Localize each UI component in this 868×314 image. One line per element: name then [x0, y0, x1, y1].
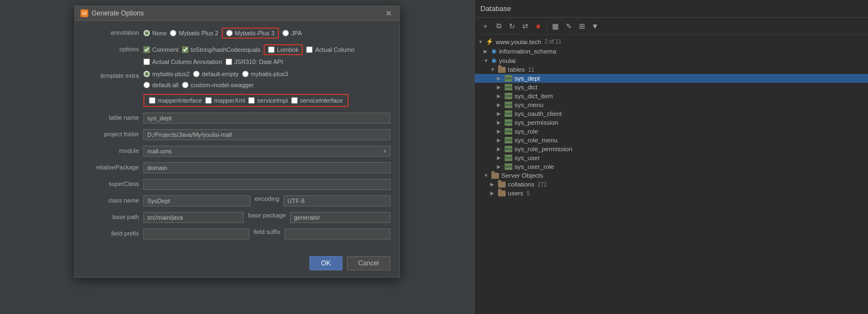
- toolbar-stop-button[interactable]: ■: [532, 20, 544, 32]
- tree-collations[interactable]: collations 272: [475, 180, 868, 189]
- sys-menu-label: sys_menu: [515, 102, 543, 108]
- sys-permission-label: sys_permission: [515, 119, 558, 126]
- cancel-button[interactable]: Cancel: [347, 256, 390, 270]
- tree-sys-role-menu[interactable]: sys_role_menu: [475, 136, 868, 145]
- toolbar-table-button[interactable]: ▦: [549, 20, 561, 32]
- sys-oauth-chevron-icon: [497, 111, 502, 116]
- ok-button[interactable]: OK: [309, 256, 342, 270]
- radio-mybatis-plus3[interactable]: mybatis-plus3: [242, 71, 288, 77]
- sys-dict-table-icon: [505, 84, 512, 91]
- base-path-label: base path: [84, 212, 139, 220]
- radio-custom-model-swagger[interactable]: custom-model-swagger: [182, 82, 254, 88]
- collations-label: collations: [508, 181, 534, 188]
- encoding-label: encoding: [255, 195, 280, 206]
- radio-mybatis-plus-2[interactable]: Mybatis Plus 2: [170, 30, 218, 36]
- template-extra-content: mybatis-plus2 default-empty mybatis-plus…: [143, 71, 390, 107]
- sys-perm-chevron-icon: [497, 120, 502, 125]
- tree-sys-user[interactable]: sys_user: [475, 153, 868, 162]
- users-folder-icon: [498, 190, 506, 196]
- dialog-body: annotation None Mybatis Plus 2 Mybatis-P…: [75, 21, 399, 252]
- field-suffix-input[interactable]: [285, 228, 390, 240]
- sys-user-table-icon: [505, 155, 512, 161]
- tables-chevron-icon: [490, 67, 496, 72]
- collations-chevron-icon: [490, 182, 496, 187]
- base-package-label: base package: [248, 212, 286, 223]
- project-folder-content: [143, 129, 390, 140]
- tree-sys-dept[interactable]: sys_dept: [475, 74, 868, 83]
- tree-youlai[interactable]: ◉ youlai: [475, 56, 868, 65]
- sys-role-menu-chevron-icon: [497, 137, 502, 143]
- sys-menu-table-icon: [505, 102, 512, 108]
- cb-jsr310[interactable]: JSR310: Date API: [226, 58, 283, 65]
- cb-mapper-interface[interactable]: mapperInterface: [149, 97, 202, 104]
- options-row: options Comment toString/hashCode/equals…: [84, 44, 390, 65]
- cb-actual-col[interactable]: Actual Column: [306, 46, 355, 53]
- sys-role-permission-label: sys_role_permission: [515, 146, 572, 152]
- cb-lombok[interactable]: Lombok: [268, 46, 298, 53]
- cb-service-impl[interactable]: serviceImpl: [248, 97, 288, 104]
- sys-menu-chevron-icon: [497, 102, 502, 108]
- options-content: Comment toString/hashCode/equals Lombok: [143, 44, 390, 65]
- cb-actual-col-ann[interactable]: Actual Column Annotation: [143, 58, 222, 65]
- dialog-title-bar: IJ Generate Options ✕: [75, 6, 399, 21]
- base-path-input[interactable]: [143, 212, 244, 223]
- module-label: module: [84, 146, 139, 154]
- super-class-input[interactable]: [143, 179, 390, 190]
- toolbar-refresh-button[interactable]: ↻: [506, 20, 518, 32]
- tree-tables-folder[interactable]: tables 11: [475, 65, 868, 74]
- sys-role-perm-table-icon: [505, 146, 512, 152]
- cb-comment[interactable]: Comment: [143, 46, 179, 53]
- module-select[interactable]: mall-ums mall-oms mall-pms: [143, 146, 390, 157]
- tree-sys-dict[interactable]: sys_dict: [475, 83, 868, 92]
- cb-service-interface[interactable]: serviceInterface: [291, 97, 343, 104]
- table-name-input[interactable]: [143, 113, 390, 124]
- relative-package-input[interactable]: [143, 162, 390, 173]
- tree-sys-role[interactable]: sys_role: [475, 127, 868, 136]
- radio-mybatis-plus-3[interactable]: Mybatis-Plus 3: [226, 30, 275, 36]
- sys-dept-chevron-icon: [497, 76, 502, 81]
- tables-count: 11: [528, 67, 534, 73]
- radio-mybatis-plus2[interactable]: mybatis-plus2: [143, 71, 190, 77]
- database-header: Database: [475, 0, 868, 18]
- tables-folder-icon: [498, 67, 506, 73]
- cb-mapper-xml[interactable]: mapperXml: [205, 97, 245, 104]
- tree-sys-menu[interactable]: sys_menu: [475, 100, 868, 109]
- radio-jpa[interactable]: JPA: [282, 30, 302, 36]
- toolbar-image-button[interactable]: ⊞: [576, 20, 588, 32]
- radio-default-empty[interactable]: default-empty: [193, 71, 239, 77]
- toolbar-copy-button[interactable]: ⧉: [492, 20, 505, 32]
- field-prefix-input[interactable]: [143, 228, 249, 240]
- youlai-label: youlai: [499, 57, 516, 64]
- sys-dict-chevron-icon: [497, 84, 502, 90]
- toolbar-add-button[interactable]: +: [479, 20, 491, 32]
- module-row: module mall-ums mall-oms mall-pms: [84, 146, 390, 157]
- tree-sys-user-role[interactable]: sys_user_role: [475, 162, 868, 171]
- tables-label: tables: [508, 66, 525, 73]
- sys-role-table-icon: [505, 128, 512, 135]
- server-objects-chevron-icon: [484, 173, 489, 178]
- tree-users[interactable]: users 5: [475, 189, 868, 198]
- template-radios-2: default-all custom-model-swagger: [143, 82, 390, 88]
- toolbar-filter-button[interactable]: ▼: [589, 20, 601, 32]
- radio-default-all[interactable]: default-all: [143, 82, 179, 88]
- tree-sys-permission[interactable]: sys_permission: [475, 118, 868, 127]
- close-button[interactable]: ✕: [384, 9, 394, 17]
- tree-sys-role-permission[interactable]: sys_role_permission: [475, 145, 868, 153]
- tree-root[interactable]: ⚡ www.youlai.tech 2 of 11: [475, 37, 868, 46]
- encoding-input[interactable]: [283, 195, 390, 206]
- project-folder-input[interactable]: [143, 129, 390, 140]
- youlai-db-icon: ◉: [491, 57, 497, 64]
- cb-tostring[interactable]: toString/hashCode/equals: [182, 46, 261, 53]
- tree-server-objects[interactable]: Server Objects: [475, 171, 868, 180]
- toolbar-edit-button[interactable]: ✎: [562, 20, 575, 32]
- schema-chevron-icon: [484, 49, 489, 54]
- tree-sys-oauth-client[interactable]: sys_oauth_client: [475, 109, 868, 118]
- radio-none[interactable]: None: [143, 30, 167, 36]
- base-package-input[interactable]: [290, 212, 390, 223]
- tree-information-schema[interactable]: ◉ information_schema: [475, 46, 868, 56]
- class-name-input[interactable]: [143, 195, 250, 206]
- toolbar-sync-button[interactable]: ⇄: [519, 20, 531, 32]
- database-tree: ⚡ www.youlai.tech 2 of 11 ◉ information_…: [475, 35, 868, 314]
- sys-user-chevron-icon: [497, 155, 502, 161]
- tree-sys-dict-item[interactable]: sys_dict_item: [475, 92, 868, 100]
